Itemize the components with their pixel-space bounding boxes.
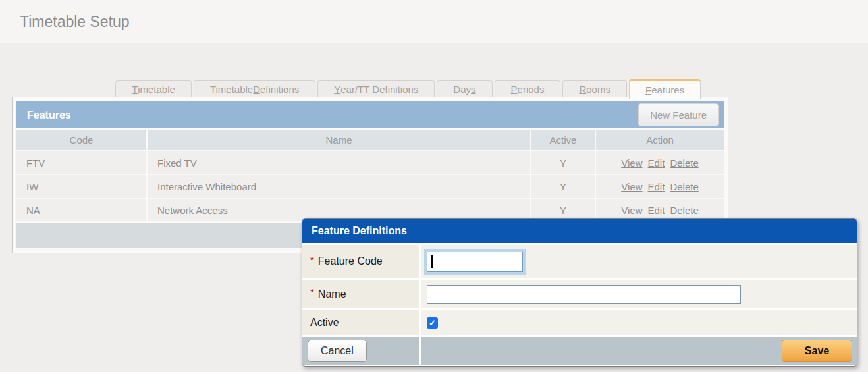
edit-link[interactable]: Edit (648, 157, 665, 169)
active-field-cell: ✓ (421, 310, 857, 335)
tab-days[interactable]: Days (437, 80, 492, 97)
cell-name: Fixed TV (148, 151, 530, 174)
cell-action: View Edit Delete (596, 151, 724, 174)
delete-link[interactable]: Delete (670, 205, 698, 216)
active-row: Active ✓ (302, 310, 857, 335)
view-link[interactable]: View (621, 157, 642, 169)
features-panel-header: Features New Feature (16, 101, 724, 128)
tab-timetable-definitions[interactable]: Timetable Definitions (194, 80, 315, 97)
dialog-title: Feature Definitions (312, 225, 407, 237)
active-checkbox[interactable]: ✓ (427, 317, 438, 329)
column-header-code: Code (16, 130, 146, 150)
required-marker: * (310, 286, 314, 298)
cell-code: IW (16, 175, 146, 198)
cancel-button[interactable]: Cancel (308, 340, 367, 362)
tab-rooms[interactable]: Rooms (562, 80, 627, 97)
save-button[interactable]: Save (782, 340, 852, 362)
cell-active: Y (531, 175, 595, 198)
tab-strip: Timetable Timetable Definitions Year/TT … (115, 79, 701, 97)
column-header-name: Name (148, 130, 530, 150)
column-header-action: Action (596, 130, 724, 150)
feature-code-field-cell (421, 245, 857, 278)
page-header: Timetable Setup (0, 0, 868, 43)
footer-left-cell: Cancel (302, 337, 419, 365)
tab-periods[interactable]: Periods (495, 80, 561, 97)
tab-year-tt-definitions[interactable]: Year/TT Definitions (317, 80, 435, 97)
cell-code: NA (16, 199, 146, 221)
required-marker: * (310, 254, 314, 265)
table-row: IW Interactive Whiteboard Y View Edit De… (16, 175, 724, 198)
edit-link[interactable]: Edit (648, 205, 665, 216)
edit-link[interactable]: Edit (648, 181, 665, 192)
name-input[interactable] (427, 285, 741, 304)
view-link[interactable]: View (621, 181, 642, 192)
new-feature-button[interactable]: New Feature (638, 103, 719, 126)
table-header-row: Code Name Active Action (16, 130, 724, 150)
dialog-footer: Cancel Save (302, 337, 857, 365)
page-title: Timetable Setup (20, 13, 130, 31)
column-header-active: Active (531, 130, 595, 150)
features-panel-title: Features (27, 109, 71, 121)
feature-code-row: * Feature Code (302, 245, 857, 278)
table-row: FTV Fixed TV Y View Edit Delete (16, 151, 724, 174)
delete-link[interactable]: Delete (670, 157, 698, 169)
feature-code-input[interactable] (427, 252, 523, 272)
footer-right-cell: Save (421, 337, 857, 365)
name-field-cell (421, 280, 857, 308)
name-row: * Name (302, 280, 857, 308)
feature-definitions-dialog: Feature Definitions * Feature Code * Nam… (302, 218, 857, 367)
feature-code-label: * Feature Code (302, 245, 419, 278)
view-link[interactable]: View (621, 205, 642, 216)
active-label: Active (302, 310, 419, 335)
text-caret (431, 255, 433, 268)
cell-name: Interactive Whiteboard (148, 175, 530, 198)
cell-action: View Edit Delete (596, 175, 724, 198)
tab-timetable[interactable]: Timetable (115, 80, 192, 97)
dialog-title-bar: Feature Definitions (302, 219, 857, 243)
cell-code: FTV (16, 151, 146, 174)
delete-link[interactable]: Delete (670, 181, 698, 192)
cell-active: Y (531, 151, 595, 174)
tab-features[interactable]: Features (629, 79, 701, 99)
name-label: * Name (302, 280, 419, 308)
